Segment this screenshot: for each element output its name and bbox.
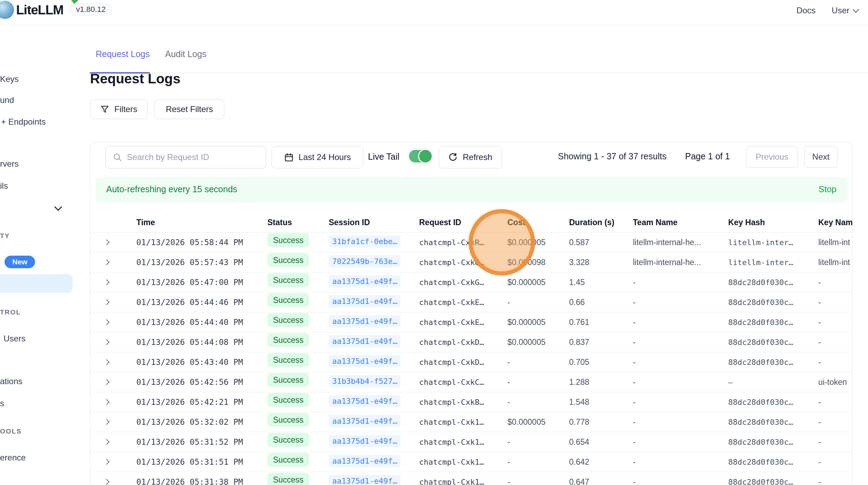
cell-cost: $0.000005	[507, 278, 546, 287]
search-input[interactable]	[122, 146, 266, 168]
session-id-link[interactable]: 31b3b4b4-f527…	[329, 375, 401, 387]
cell-duration: 3.328	[569, 258, 589, 267]
session-id-link[interactable]: 31bfa1cf-0ebe…	[329, 235, 401, 248]
cell-request-id: chatcmpl-Cxk1…	[419, 438, 484, 446]
tab-audit-logs[interactable]: Audit Logs	[165, 49, 206, 59]
session-id-link[interactable]: aa1375d1-e49f…	[329, 295, 401, 307]
auto-refresh-banner: Auto-refreshing every 15 seconds Stop	[96, 177, 848, 202]
session-id-link[interactable]: aa1375d1-e49f…	[329, 355, 401, 367]
sidebar-section-observability: TY	[0, 232, 10, 240]
session-id-link[interactable]: 7022549b-763e…	[329, 255, 401, 268]
sidebar-item-organizations[interactable]: ations	[0, 376, 22, 386]
cell-key-hash: 88dc28d0f030c…	[728, 438, 793, 446]
session-id-link[interactable]: aa1375d1-e49f…	[329, 275, 401, 287]
reset-filters-label: Reset Filters	[166, 104, 213, 114]
next-page-button[interactable]: Next	[804, 146, 838, 168]
reset-filters-button[interactable]: Reset Filters	[155, 99, 224, 119]
session-id-link[interactable]: aa1375d1-e49f…	[329, 435, 401, 447]
row-expand-chevron-icon[interactable]	[104, 259, 110, 265]
session-id-link[interactable]: aa1375d1-e49f…	[329, 335, 401, 347]
tabs-divider	[90, 73, 868, 73]
cell-cost: $0.000005	[507, 417, 546, 427]
cell-cost: $0.000005	[507, 318, 546, 327]
status-badge: Success	[267, 353, 309, 367]
sidebar-item-logs-selected[interactable]	[0, 274, 73, 293]
row-expand-chevron-icon[interactable]	[104, 279, 110, 285]
cell-request-id: chatcmpl-Cxk1…	[419, 458, 484, 466]
cell-duration: 0.761	[569, 318, 589, 327]
time-range-button[interactable]: Last 24 Hours	[272, 146, 363, 168]
cell-key-hash: litellm-inter…	[728, 238, 793, 247]
previous-page-button[interactable]: Previous	[746, 146, 798, 168]
sidebar-section-tools: OOLS	[0, 428, 22, 435]
search-box[interactable]	[105, 146, 266, 168]
row-expand-chevron-icon[interactable]	[104, 379, 110, 385]
sidebar-collapse-chevron-icon[interactable]	[54, 203, 62, 211]
cell-key-hash: 88dc28d0f030c…	[728, 478, 793, 485]
status-badge: Success	[267, 373, 309, 387]
refresh-icon	[448, 153, 458, 162]
cell-cost: -	[507, 298, 510, 307]
cell-time: 01/13/2026 05:47:00 PM	[136, 278, 243, 287]
cell-cost: $0.000005	[507, 338, 546, 347]
table-row[interactable]: 01/13/2026 05:44:08 PM Success aa1375d1-…	[90, 332, 853, 352]
session-id-link[interactable]: aa1375d1-e49f…	[329, 475, 401, 485]
cell-request-id: chatcmpl-CxkD…	[419, 358, 484, 367]
sidebar-item-inference[interactable]: erence	[0, 453, 26, 463]
filters-button[interactable]: Filters	[90, 99, 148, 119]
sidebar-item-users[interactable]: Users	[4, 334, 26, 344]
cell-key-name: -	[818, 437, 821, 447]
table-row[interactable]: 01/13/2026 05:44:40 PM Success aa1375d1-…	[90, 312, 853, 332]
sidebar-item-playground[interactable]: und	[0, 95, 14, 105]
session-id-link[interactable]: aa1375d1-e49f…	[329, 455, 401, 467]
live-tail-toggle[interactable]	[409, 150, 432, 162]
funnel-icon	[100, 105, 109, 114]
table-row[interactable]: 01/13/2026 05:43:40 PM Success aa1375d1-…	[90, 352, 853, 372]
sidebar-item-teams[interactable]: s	[0, 399, 4, 408]
row-expand-chevron-icon[interactable]	[104, 479, 110, 485]
sidebar-item-keys[interactable]: Keys	[0, 74, 19, 84]
sidebar-item-guardrails[interactable]: ils	[0, 181, 8, 191]
auto-refresh-text: Auto-refreshing every 15 seconds	[106, 184, 237, 194]
row-expand-chevron-icon[interactable]	[104, 359, 110, 365]
table-row[interactable]: 01/13/2026 05:42:21 PM Success aa1375d1-…	[90, 392, 853, 412]
row-expand-chevron-icon[interactable]	[104, 240, 110, 245]
cell-key-name: -	[818, 298, 821, 307]
table-row[interactable]: 01/13/2026 05:44:46 PM Success aa1375d1-…	[90, 292, 853, 312]
row-expand-chevron-icon[interactable]	[104, 339, 110, 345]
sidebar-item-endpoints[interactable]: + Endpoints	[1, 117, 46, 127]
cell-request-id: chatcmpl-CxkB…	[419, 398, 484, 407]
session-id-link[interactable]: aa1375d1-e49f…	[329, 315, 401, 327]
calendar-icon	[284, 153, 294, 162]
user-menu-label: User	[832, 6, 849, 15]
table-row[interactable]: 01/13/2026 05:31:52 PM Success aa1375d1-…	[90, 432, 853, 452]
row-expand-chevron-icon[interactable]	[104, 399, 110, 405]
row-expand-chevron-icon[interactable]	[104, 419, 110, 425]
tab-request-logs[interactable]: Request Logs	[96, 49, 150, 59]
cell-team-name: -	[633, 338, 636, 347]
table-row[interactable]: 01/13/2026 05:47:00 PM Success aa1375d1-…	[90, 272, 853, 292]
row-expand-chevron-icon[interactable]	[104, 299, 110, 305]
session-id-link[interactable]: aa1375d1-e49f…	[329, 415, 401, 427]
table-row[interactable]: 01/13/2026 05:42:56 PM Success 31b3b4b4-…	[90, 372, 853, 392]
sidebar-item-servers[interactable]: rvers	[0, 159, 19, 169]
column-header-time: Time	[136, 218, 155, 227]
row-expand-chevron-icon[interactable]	[104, 439, 110, 445]
table-row[interactable]: 01/13/2026 05:32:02 PM Success aa1375d1-…	[90, 412, 853, 432]
row-expand-chevron-icon[interactable]	[104, 459, 110, 465]
brand-title: LiteLLM	[16, 3, 63, 18]
logs-card: Last 24 Hours Live Tail Refresh Showing …	[90, 142, 853, 485]
refresh-button[interactable]: Refresh	[439, 146, 502, 168]
cell-duration: 0.642	[569, 457, 589, 467]
cell-team-name: -	[633, 397, 636, 407]
docs-link[interactable]: Docs	[797, 6, 816, 15]
cell-cost: -	[507, 377, 510, 387]
table-row[interactable]: 01/13/2026 05:31:51 PM Success aa1375d1-…	[90, 452, 853, 472]
stop-auto-refresh-button[interactable]: Stop	[819, 184, 836, 194]
cell-team-name: -	[633, 477, 636, 485]
table-row[interactable]: 01/13/2026 05:31:38 PM Success aa1375d1-…	[90, 472, 853, 485]
row-expand-chevron-icon[interactable]	[104, 319, 110, 325]
user-menu[interactable]: User	[832, 6, 858, 15]
session-id-link[interactable]: aa1375d1-e49f…	[329, 395, 401, 407]
cell-key-name: -	[818, 397, 821, 407]
